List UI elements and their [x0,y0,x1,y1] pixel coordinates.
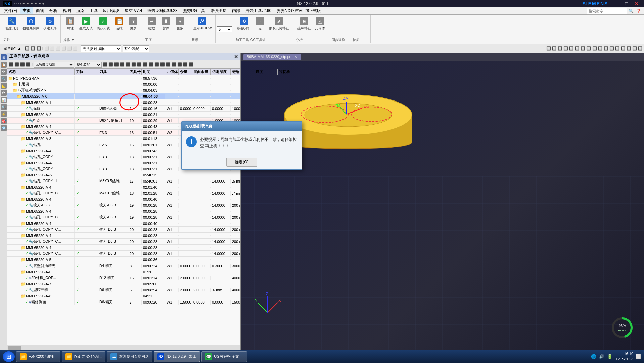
menu-haoqiang1[interactable]: 浩强图层 [208,7,229,14]
menu-home[interactable]: 主页 [20,7,33,14]
network-icon[interactable]: 🌐 [591,354,597,360]
table-row[interactable]: ✓🔩 钻孔_COPY_C... ✓ 镗刀-D3.3 20 00:00:28 W1… [7,227,240,233]
table-row[interactable]: ✓◈ 2D外框_COP... ✓ D12-粗刀 15 00:01:14 W1 2… [7,275,240,281]
start-button[interactable]: ⊞ [3,351,15,362]
viewport-canvas[interactable]: XM XC ZM YM X Y Z 46% +0.3k/s [241,61,644,350]
table-row[interactable]: 📁 MML65220-A-1 00:00:28 [7,99,240,106]
nav-panel-close[interactable]: ✕ [234,54,238,59]
sidebar-icon-8[interactable]: 🔍 [1,104,7,110]
menu-analysis[interactable]: 分析 [47,7,60,14]
assembly-select[interactable]: 整个装配 [123,45,149,52]
taskbar-item-explorer2[interactable]: 📁 D:\UG\NX10\M... [62,351,106,362]
table-row[interactable]: ✓🔧 光圆 ✓ D80光圆铝 1 00:00:16 W1 0.0000 0.00… [7,106,240,112]
table-row[interactable]: 📁 MML65220-A-4-... 02:01:40 [7,184,240,190]
undo-button[interactable]: ↩ 撤放 [145,16,158,32]
generate-toolpath-button[interactable]: ▶ 生成刀轨 [78,16,94,32]
table-row[interactable]: ✓🔧 底壁斜插精光 ✓ D4-粗刀 8 00:00:24 W1 0.0000 0… [7,263,240,269]
create-tool-button[interactable]: 🔧 创建刀具 [3,16,20,32]
sidebar-icon-1[interactable]: ⊞ [1,54,7,61]
sidebar-icon-5[interactable]: 📐 [1,83,7,89]
sidebar-icon-7[interactable]: 📊 [1,97,7,103]
volume-icon[interactable]: 🔊 [599,354,605,360]
menu-appmodule[interactable]: 应用模块 [100,7,122,14]
table-row[interactable]: 📁 MML65220-A-2 00:00:21 [7,112,240,118]
table-row[interactable]: 📁 MML65220-A-5 00:00:36 [7,257,240,263]
menu-file[interactable]: 文件(F) [1,7,20,14]
more-operations-button[interactable]: ▾ 更多 [127,16,140,32]
help-icon[interactable]: ❓ [635,9,643,13]
sidebar-icon-9[interactable]: ⚡ [1,111,7,117]
scroll-thumb[interactable] [8,346,21,350]
menu-haoqiang2[interactable]: 浩强工具v2.60 [243,7,274,14]
table-row[interactable]: 📁 MML65220-A-3-... 05:40:15 [7,172,240,178]
table-row[interactable]: ✓🔩 钻孔_COPY_C... ✓ M4X0.7丝锥 18 02:01:28 W… [7,190,240,196]
table-row[interactable]: 📁 MML65220-A-4-... 00:00:28 [7,208,240,214]
table-row[interactable]: ✓🔩 钻孔_COPY_C... ✓ 镗刀-D3.3 20 00:00:28 W1… [7,251,240,257]
menu-yanxiu1[interactable]: 燕秀UG模具9.23 [145,7,180,14]
taskbar-item-baidu[interactable]: ☁ 欢迎使用百度网盘 [107,351,152,362]
table-row[interactable]: 📁 MML65220-A-4-... 00:00:28 [7,233,240,239]
table-row[interactable]: 📁 MML65220-A-4-... 00:00:40 [7,196,240,202]
table-row[interactable]: ✓🔧 型腔开粗 ✓ D6-粗刀 6 00:08:54 W1 2.0000 2.0… [7,287,240,293]
menu-tools[interactable]: 工具 [87,7,100,14]
point-button[interactable]: · 点 [253,16,267,32]
postprocess-button[interactable]: 📄 合批 [112,16,126,32]
close-button[interactable]: ✕ [632,1,641,6]
horizontal-scrollbar[interactable] [7,345,240,350]
battery-icon[interactable]: 🔋 [607,354,613,360]
create-operation-button[interactable]: ⚙ 创建工序 [42,16,58,32]
taskbar-item-nx[interactable]: NX NX 12.0.2.9 - 加工 [154,351,200,362]
taskbar-item-explorer1[interactable]: 📁 F:\NX2007四轴... [16,351,60,362]
menu-button[interactable]: 菜单(M) ▲ [1,45,24,52]
table-row[interactable]: 📁 未用项 00:00:00 [7,81,240,87]
minimize-button[interactable]: — [611,1,621,6]
system-clock[interactable]: 16:10 05/15/2023 [615,351,633,362]
table-row[interactable]: 📁 MML65220-A-0 08:04:03 [7,93,240,99]
table-row[interactable]: 📁 MML65220-A-8 04:21 [7,293,240,299]
table-row[interactable]: 📁 MML65220-A-4-... 00:00:40 [7,220,240,227]
filter-select[interactable]: 无法撤过滤器 [81,45,121,52]
table-row[interactable]: 📁 MML65220-A-6 01:26 [7,269,240,275]
table-row[interactable]: 📁 MML65220-A-7 00:09:06 [7,281,240,287]
nav-assembly-select[interactable]: 整个装配 [75,62,102,68]
create-geometry-button[interactable]: ⬡ 创建几何体 [21,16,41,32]
table-row[interactable]: 📁 MML65220-A-4-... 00:00:28 [7,245,240,251]
menu-curve[interactable]: 曲线 [33,7,47,14]
table-row[interactable]: ✓🔩 钻孔_COPY_C... ✓ 镗刀-D3.3 20 00:00:28 W1… [7,239,240,245]
nx-message-dialog[interactable]: NX/后处理消息 i 必要提示：同组内加工坐标或几何体不一致，请仔细检查 再上机… [181,121,302,170]
coord-feature-button[interactable]: ⊕ 坐标特征 [296,16,313,32]
table-row[interactable]: ✓🔩 铰刀-D3.3 ✓ 铰刀-D3.3 19 00:00:28 W1 14.0… [7,202,240,208]
restore-button[interactable]: □ [623,1,631,6]
show3d-ipw-button[interactable]: 🗲 显示3D IPW [192,16,213,32]
sidebar-icon-6[interactable]: 🗺 [1,90,7,96]
table-row[interactable]: 📁 1-开粗-底切深2.5 08:04:03 [7,87,240,93]
viewport-tab-close[interactable]: ✕ [294,55,297,59]
menu-render[interactable]: 渲染 [74,7,87,14]
geometry-button[interactable]: △ 几何体 [313,16,327,32]
more-seq-button[interactable]: ▾ 更多 [173,16,187,32]
sidebar-icon-11[interactable]: 💎 [1,125,7,131]
table-row[interactable]: 📁 NC_PROGRAM 08:57:36 [7,75,240,81]
search-icon[interactable]: 🔍 [627,9,635,13]
dialog-ok-button[interactable]: 确定(O) [226,158,257,167]
show-desktop-button[interactable]: ⬜ [635,354,641,360]
sidebar-icon-3[interactable]: ⚙ [1,69,7,75]
contact-analysis-button[interactable]: ⟲ 接触分析 [236,16,252,32]
table-row[interactable]: ✓◈ 精修侧面 ✓ D6-精刀 7 00:00:20 W1 1.5000 0.0… [7,299,240,305]
sidebar-icon-4[interactable]: 🔧 [1,76,7,82]
menu-ziziux[interactable]: 姿姿NX外挂V6.28正式版 [274,7,324,14]
menu-xingkong[interactable]: 星空 V7.4 [122,7,145,14]
menu-view[interactable]: 视图 [60,7,74,14]
menu-internal[interactable]: 内部 [229,7,243,14]
pause-button[interactable]: ⏸ 暂停 [159,16,173,32]
table-row[interactable]: ✓🔩 钻孔_COPY_C... ✓ 铰刀-D3.3 19 00:00:28 W1… [7,214,240,220]
sidebar-icon-10[interactable]: 🎯 [1,118,7,124]
search-input[interactable] [587,8,627,14]
extract-geom-button[interactable]: ⇗ 抽取几何特征 [267,16,291,32]
window-controls[interactable]: — □ ✕ [611,1,641,6]
menu-yanxiu2[interactable]: 燕秀UG工具 [180,7,208,14]
taskbar-item-chat[interactable]: 💬 UG教好爸-子龙-... [201,351,247,362]
sidebar-icon-2[interactable]: 📋 [1,62,7,68]
verify-toolpath-button[interactable]: ✓ 确认刀轨 [95,16,112,32]
viewport-tab[interactable]: B9BA-MML65-0220_stp.prt ✕ [243,54,301,60]
